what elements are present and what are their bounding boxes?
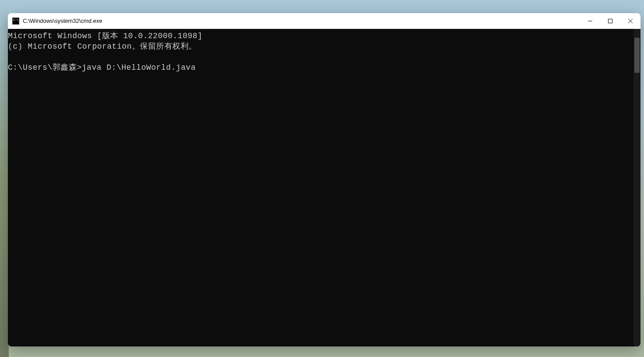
maximize-button[interactable] xyxy=(600,13,620,29)
cmd-icon xyxy=(12,18,19,25)
svg-rect-1 xyxy=(608,19,612,23)
scrollbar-thumb[interactable] xyxy=(634,38,640,73)
window-title: C:\Windows\system32\cmd.exe xyxy=(23,18,102,24)
maximize-icon xyxy=(608,19,612,23)
minimize-button[interactable] xyxy=(580,13,600,29)
cmd-window: C:\Windows\system32\cmd.exe Micr xyxy=(8,13,640,346)
scrollbar-track[interactable] xyxy=(633,29,640,346)
close-icon xyxy=(628,19,633,23)
terminal-prompt: C:\Users\郭鑫森> xyxy=(8,62,82,73)
titlebar[interactable]: C:\Windows\system32\cmd.exe xyxy=(8,13,640,29)
terminal-content[interactable]: Microsoft Windows [版本 10.0.22000.1098](c… xyxy=(8,29,633,346)
desktop-background xyxy=(0,0,9,357)
terminal-area[interactable]: Microsoft Windows [版本 10.0.22000.1098](c… xyxy=(8,29,640,346)
terminal-command-input[interactable]: java D:\HelloWorld.java xyxy=(82,62,196,73)
window-controls xyxy=(580,13,640,29)
terminal-output-line: (c) Microsoft Corporation。保留所有权利。 xyxy=(8,41,633,52)
close-button[interactable] xyxy=(620,13,640,29)
terminal-output-line: Microsoft Windows [版本 10.0.22000.1098] xyxy=(8,31,633,41)
terminal-blank-line xyxy=(8,52,633,62)
minimize-icon xyxy=(588,19,592,23)
terminal-prompt-line: C:\Users\郭鑫森>java D:\HelloWorld.java xyxy=(8,62,633,73)
